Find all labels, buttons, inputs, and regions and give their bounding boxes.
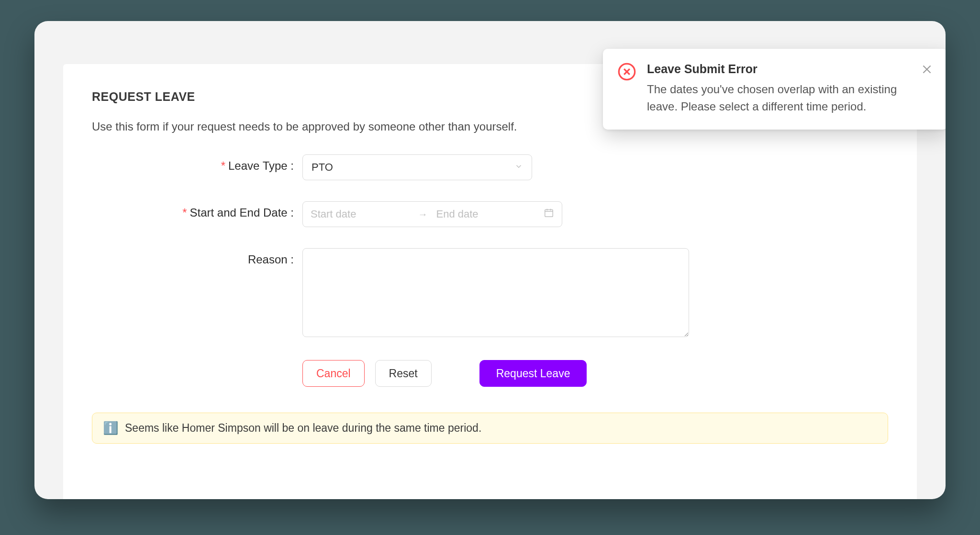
- close-icon[interactable]: [921, 63, 933, 76]
- info-icon: ℹ️: [103, 421, 118, 436]
- row-leave-type: *Leave Type : PTO: [92, 154, 888, 180]
- toast-message: The dates you've chosen overlap with an …: [647, 81, 910, 115]
- alert-text: Seems like Homer Simpson will be on leav…: [125, 422, 481, 435]
- svg-rect-0: [545, 210, 553, 217]
- date-range-picker[interactable]: Start date → End date: [302, 201, 562, 227]
- cancel-button[interactable]: Cancel: [302, 360, 365, 387]
- row-reason: Reason :: [92, 248, 888, 339]
- arrow-right-icon: →: [418, 209, 428, 220]
- calendar-icon: [544, 207, 554, 221]
- button-row: Cancel Reset Request Leave: [302, 360, 888, 387]
- required-star: *: [182, 206, 187, 219]
- chevron-down-icon: [514, 161, 523, 174]
- error-icon: [617, 62, 636, 81]
- reset-button[interactable]: Reset: [375, 360, 432, 387]
- toast-title: Leave Submit Error: [647, 62, 910, 76]
- label-date-range: *Start and End Date :: [92, 201, 302, 219]
- reason-textarea[interactable]: [302, 248, 689, 337]
- app-shell: REQUEST LEAVE Use this form if your requ…: [34, 21, 946, 499]
- leave-type-value: PTO: [312, 161, 333, 174]
- label-leave-type: *Leave Type :: [92, 154, 302, 173]
- request-leave-button[interactable]: Request Leave: [479, 360, 587, 387]
- end-date-placeholder: End date: [436, 208, 535, 220]
- leave-type-select[interactable]: PTO: [302, 154, 532, 180]
- start-date-placeholder: Start date: [311, 208, 410, 220]
- toast-body: Leave Submit Error The dates you've chos…: [647, 62, 910, 115]
- overlap-info-alert: ℹ️ Seems like Homer Simpson will be on l…: [92, 413, 888, 444]
- row-date-range: *Start and End Date : Start date → End d…: [92, 201, 888, 227]
- required-star: *: [221, 159, 225, 172]
- label-reason: Reason :: [92, 248, 302, 266]
- error-toast: Leave Submit Error The dates you've chos…: [603, 49, 946, 130]
